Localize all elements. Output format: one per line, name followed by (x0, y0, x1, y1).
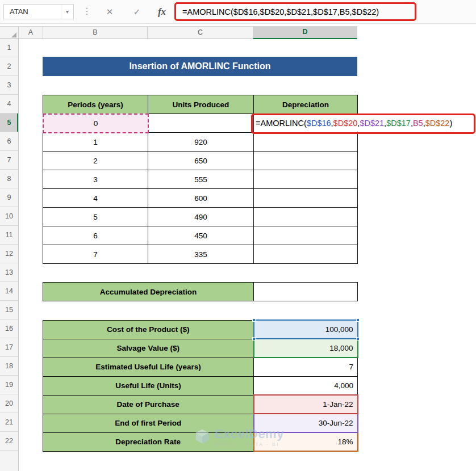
formula-ref-d22: $D$22 (425, 119, 450, 128)
header-cell-depreciation[interactable]: Depreciation (254, 95, 358, 114)
cell-depreciation[interactable] (254, 189, 358, 208)
row-header-column: 1 2 3 4 5 6 7 8 9 10 11 12 13 14 15 16 1… (0, 39, 19, 471)
row-header-6[interactable]: 6 (0, 132, 18, 151)
parameters-table: Cost of the Product ($) 100,000 Salvage … (43, 319, 358, 452)
selection-handle[interactable] (252, 318, 256, 322)
column-header-d-selected[interactable]: D (253, 27, 357, 39)
cell-period[interactable]: 7 (43, 245, 148, 264)
formula-ref-d20: $D$20 (333, 119, 358, 128)
formula-ref-b5: B5 (413, 119, 423, 128)
cell-period[interactable]: 4 (43, 189, 148, 208)
row-header-13[interactable]: 13 (0, 263, 18, 282)
header-cell-units[interactable]: Units Produced (148, 95, 254, 114)
column-header-a[interactable]: A (19, 27, 43, 39)
formula-ref-d16: $D$16 (307, 119, 331, 128)
param-label-salvage[interactable]: Salvage Value ($) (43, 339, 254, 358)
row-header-20[interactable]: 20 (0, 394, 18, 413)
active-cell-formula[interactable]: =AMORLINC($D$16,$D$20,$D$21,$D$17,B5,$D$… (256, 115, 454, 132)
cell-period[interactable]: 1 (43, 133, 148, 152)
cell-units[interactable]: 450 (148, 226, 254, 245)
column-header-b[interactable]: B (43, 27, 148, 39)
param-label-depreciation-rate[interactable]: Depreciation Rate (43, 432, 254, 451)
cell-period[interactable]: 6 (43, 226, 148, 245)
row-header-21[interactable]: 21 (0, 413, 18, 432)
name-box-dropdown-icon[interactable]: ▾ (61, 5, 73, 19)
row-header-4[interactable]: 4 (0, 95, 18, 113)
cell-d20-purchase-date-value[interactable]: 1-Jan-22 (254, 395, 358, 414)
row-header-18[interactable]: 18 (0, 357, 18, 376)
row-header-14[interactable]: 14 (0, 282, 18, 301)
column-header-row: A B C D (0, 26, 357, 39)
selection-handle[interactable] (356, 318, 360, 322)
row-header-22[interactable]: 22 (0, 432, 18, 451)
accumulated-depreciation-table: Accumulated Depreciation (43, 282, 358, 301)
cell-period[interactable]: 5 (43, 208, 148, 226)
column-header-c[interactable]: C (148, 27, 253, 39)
cancel-icon[interactable]: ✕ (101, 5, 118, 19)
cell-depreciation[interactable] (254, 152, 358, 170)
cell-units[interactable]: 920 (148, 133, 254, 152)
cell-period[interactable]: 2 (43, 152, 148, 170)
cell-depreciation[interactable] (254, 245, 358, 264)
cell-d17-salvage-value[interactable]: 18,000 (254, 339, 358, 358)
formula-ref-d17: $D$17 (386, 119, 411, 128)
excel-window: ATAN ▾ ⋮ ✕ ✓ fx =AMORLINC($D$16,$D$20,$D… (0, 0, 476, 471)
cell-units[interactable]: 600 (148, 189, 254, 208)
row-header-10[interactable]: 10 (0, 207, 18, 226)
formula-toolbar: ATAN ▾ ⋮ ✕ ✓ fx =AMORLINC($D$16,$D$20,$D… (0, 0, 476, 24)
enter-icon[interactable]: ✓ (128, 5, 145, 19)
cell-d18-life-years-value[interactable]: 7 (254, 358, 358, 376)
formula-token: =AMORLINC( (256, 119, 307, 128)
cell-d21-first-period-end-value[interactable]: 30-Jun-22 (254, 414, 358, 432)
param-label-end-of-first-period[interactable]: End of first Period (43, 414, 254, 432)
row-header-16[interactable]: 16 (0, 319, 18, 338)
cell-b5-referenced[interactable]: 0 (43, 113, 149, 133)
cell-d22-depreciation-rate-value[interactable]: 18% (254, 432, 358, 451)
row-header-15[interactable]: 15 (0, 301, 18, 319)
cell-depreciation[interactable] (254, 133, 358, 152)
name-box[interactable]: ATAN ▾ (3, 4, 74, 19)
cell-depreciation[interactable] (254, 170, 358, 189)
insert-function-icon[interactable]: fx (153, 5, 170, 19)
row-header-19[interactable]: 19 (0, 376, 18, 394)
cell-depreciation[interactable] (254, 208, 358, 226)
row-header-2[interactable]: 2 (0, 57, 18, 76)
row-header-12[interactable]: 12 (0, 245, 18, 263)
param-label-date-of-purchase[interactable]: Date of Purchase (43, 395, 254, 414)
cell-d16-cost-value[interactable]: 100,000 (254, 320, 358, 339)
row-header-9[interactable]: 9 (0, 188, 18, 207)
cell-period[interactable]: 3 (43, 170, 148, 189)
accumulated-depreciation-value[interactable] (254, 283, 358, 301)
cell-units[interactable]: 490 (148, 208, 254, 226)
row-header-1[interactable]: 1 (0, 39, 18, 57)
param-label-useful-life-units[interactable]: Useful Life (Units) (43, 376, 254, 395)
param-label-useful-life-years[interactable]: Estimated Useful Life (years) (43, 358, 254, 376)
row-header-3[interactable]: 3 (0, 76, 18, 95)
row-header-5-selected[interactable]: 5 (0, 113, 18, 132)
selection-handle[interactable] (252, 337, 256, 340)
cell-units-0[interactable] (148, 114, 254, 133)
cell-value: 100,000 (325, 325, 353, 334)
formula-ref-d21: $D$21 (360, 119, 384, 128)
accumulated-depreciation-label[interactable]: Accumulated Depreciation (43, 283, 254, 301)
formula-bar-drag-handle-icon[interactable]: ⋮ (82, 6, 91, 16)
cell-units[interactable]: 335 (148, 245, 254, 264)
select-all-corner[interactable] (0, 27, 19, 39)
cell-depreciation[interactable] (254, 226, 358, 245)
formula-bar-input[interactable]: =AMORLINC($D$16,$D$20,$D$21,$D$17,B5,$D$… (182, 0, 379, 24)
param-label-cost[interactable]: Cost of the Product ($) (43, 320, 254, 339)
row-header-7[interactable]: 7 (0, 151, 18, 170)
row-header-17[interactable]: 17 (0, 338, 18, 357)
cell-units[interactable]: 555 (148, 170, 254, 189)
row-header-11[interactable]: 11 (0, 226, 18, 245)
row-header-8[interactable]: 8 (0, 170, 18, 188)
name-box-value: ATAN (4, 7, 61, 16)
select-all-triangle-icon (11, 32, 16, 37)
selection-handle[interactable] (356, 337, 360, 340)
header-cell-periods[interactable]: Periods (years) (43, 95, 148, 114)
title-banner[interactable]: Insertion of AMORLINC Function (43, 57, 357, 76)
formula-token: ) (449, 119, 452, 128)
cell-units[interactable]: 650 (148, 152, 254, 170)
cell-d19-life-units-value[interactable]: 4,000 (254, 376, 358, 395)
